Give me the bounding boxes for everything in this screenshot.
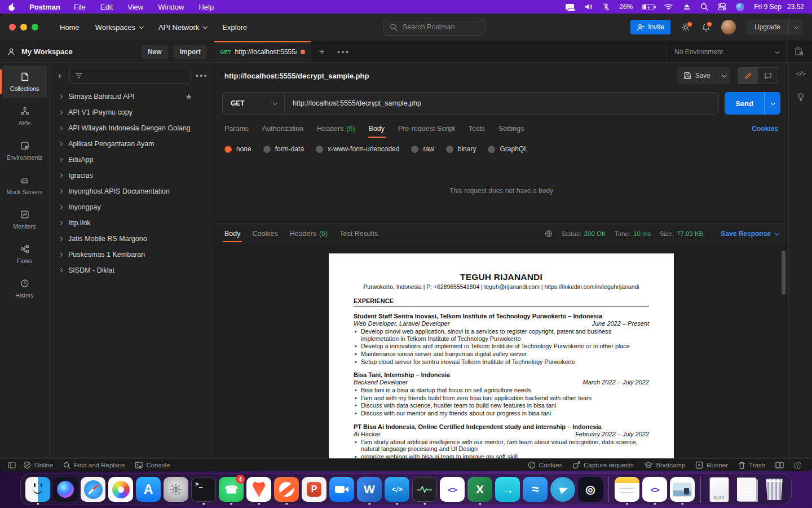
time-value[interactable]: 10 ms (633, 230, 651, 237)
screen-mirroring-icon[interactable] (565, 3, 575, 11)
request-tab-settings[interactable]: Settings (498, 118, 524, 139)
statusbar-capture-requests[interactable]: Capture requests (567, 461, 638, 469)
dock-vscode[interactable]: </> (384, 476, 410, 502)
notifications-bell-icon[interactable] (701, 23, 710, 32)
sidebar-item-mock-servers[interactable]: Mock Servers (2, 169, 47, 202)
body-mode-binary[interactable]: binary (446, 145, 476, 153)
dock-photos[interactable] (108, 476, 134, 502)
request-tab[interactable]: GET http://localhost:5555/d (214, 41, 311, 62)
save-button[interactable]: Save (677, 67, 730, 84)
status-value[interactable]: 200 OK (584, 230, 606, 237)
sidebar-more-button[interactable]: ●●● (196, 73, 208, 78)
new-button[interactable]: New (142, 45, 168, 59)
upgrade-chevron-icon[interactable] (788, 19, 803, 35)
collection-item-jatis-mobile-rs-margono[interactable]: Jatis Mobile RS Margono (50, 231, 214, 247)
dock-docker[interactable]: ≈ (522, 476, 548, 502)
collection-item-api-wilayah-indonesia-dengan-golang[interactable]: API Wilayah Indonesia Dengan Golang (50, 120, 214, 136)
wifi-icon[interactable] (664, 3, 673, 10)
sidebar-item-monitors[interactable]: Monitors (2, 203, 47, 236)
collection-item-inyongpay[interactable]: Inyongpay (50, 199, 214, 215)
menu-window[interactable]: Window (158, 3, 184, 11)
nav-explore[interactable]: Explore (215, 20, 254, 35)
dock-system-settings[interactable] (163, 476, 189, 502)
filter-input[interactable] (69, 68, 191, 84)
globe-icon[interactable] (545, 230, 553, 238)
spotlight-search-icon[interactable] (700, 3, 708, 11)
menubar-clock[interactable]: Fri 9 Sep 23.52 (754, 3, 804, 11)
dock-word[interactable]: W (356, 476, 382, 502)
control-center-icon[interactable] (718, 3, 726, 11)
import-button[interactable]: Import (174, 45, 207, 59)
menu-help[interactable]: Help (198, 3, 214, 11)
dock-siri[interactable] (52, 476, 78, 502)
nav-api-network[interactable]: API Network (152, 20, 213, 35)
cookies-link[interactable]: Cookies (752, 125, 778, 133)
collection-item-inyonghost-apis-documentation[interactable]: Inyonghost APIS Documentation (50, 183, 214, 199)
dock-brave[interactable] (246, 476, 272, 502)
response-scrollbar[interactable] (782, 251, 785, 295)
bluetooth-off-icon[interactable] (603, 3, 610, 11)
nav-home[interactable]: Home (53, 20, 86, 35)
close-window-button[interactable] (9, 24, 16, 30)
nav-workspaces[interactable]: Workspaces (89, 20, 149, 35)
statusbar-cookies[interactable]: Cookies (523, 461, 568, 469)
request-tab-tests[interactable]: Tests (469, 118, 485, 139)
dock-whatsapp[interactable]: ☎4 (218, 476, 244, 502)
sidebar-item-flows[interactable]: Flows (2, 238, 47, 270)
body-mode-none[interactable]: none (224, 145, 251, 153)
invite-button[interactable]: Invite (630, 20, 670, 34)
collection-item-puskesmas-1-kembaran[interactable]: Puskesmas 1 Kembaran (50, 247, 214, 262)
size-value[interactable]: 77.09 KB (677, 230, 703, 237)
dock-telegram[interactable] (550, 476, 576, 502)
statusbar-bootcamp[interactable]: Bootcamp (639, 462, 691, 469)
dock-notes[interactable] (614, 476, 640, 502)
collection-item-ittp-link[interactable]: Ittp.link (50, 215, 214, 231)
method-selector[interactable]: GET (223, 93, 285, 114)
apple-logo-icon[interactable] (8, 3, 16, 11)
dock-xlsx-file[interactable]: XLSX (706, 476, 732, 502)
menu-file[interactable]: File (74, 3, 86, 11)
dock-finder[interactable] (25, 476, 51, 502)
statusbar-find-and-replace[interactable]: Find and Replace (58, 462, 130, 469)
statusbar-runner[interactable]: Runner (690, 461, 733, 469)
dock-download-arrow-app[interactable]: → (495, 476, 520, 502)
zoom-window-button[interactable] (32, 24, 38, 30)
minimize-window-button[interactable] (20, 24, 27, 30)
save-options-chevron[interactable] (717, 67, 730, 84)
dock-activity-monitor[interactable] (412, 476, 438, 502)
collection-item-aplikasi-pengantaran-ayam[interactable]: Aplikasi Pengantaran Ayam (50, 136, 214, 152)
response-tab-test-results[interactable]: Test Results (339, 224, 378, 244)
dock-excel[interactable]: X (467, 476, 493, 502)
dock-code-app[interactable]: <> (439, 476, 465, 502)
response-tab-body[interactable]: Body (224, 224, 241, 244)
star-icon[interactable]: ★ (185, 92, 192, 101)
dock-safari[interactable] (80, 476, 106, 502)
request-tab-params[interactable]: Params (224, 118, 249, 139)
statusbar-online[interactable]: Online (18, 461, 58, 469)
request-tab-pre-request-script[interactable]: Pre-request Script (398, 118, 455, 139)
edit-pencil-icon[interactable] (738, 68, 758, 84)
collection-item-simaya-bahira-id-api[interactable]: Simaya Bahira.id API★ (50, 89, 214, 104)
body-mode-raw[interactable]: raw (411, 145, 434, 153)
toggle-sidebar-icon[interactable] (6, 462, 18, 468)
settings-gear-icon[interactable] (681, 23, 691, 32)
dock-facetime[interactable] (329, 476, 355, 502)
sidebar-item-collections[interactable]: Collections (2, 65, 47, 98)
send-button[interactable]: Send (725, 92, 780, 115)
body-mode-x-www-form-urlencoded[interactable]: x-www-form-urlencoded (316, 145, 399, 153)
response-tab-cookies[interactable]: Cookies (253, 224, 278, 244)
dock-app-store[interactable]: A (135, 476, 161, 502)
sidebar-item-history[interactable]: History (2, 272, 47, 305)
dock-powerpoint[interactable]: P (301, 476, 327, 502)
url-input[interactable]: http://localhost:5555/decrypt_sample.php (285, 93, 718, 114)
collection-item-igracias[interactable]: Igracias (50, 168, 214, 183)
menubar-app-name[interactable]: Postman (29, 3, 60, 11)
workspace-title[interactable]: My Workspace (21, 47, 73, 56)
upgrade-button[interactable]: Upgrade (747, 19, 803, 35)
environment-selector[interactable]: No Environment (667, 41, 786, 62)
sidebar-item-apis[interactable]: APIs (2, 100, 47, 133)
dock-trash-full[interactable] (761, 476, 787, 502)
collection-item-eduapp[interactable]: EduApp (50, 152, 214, 168)
comment-icon[interactable] (758, 68, 778, 84)
eject-icon[interactable] (683, 3, 691, 10)
